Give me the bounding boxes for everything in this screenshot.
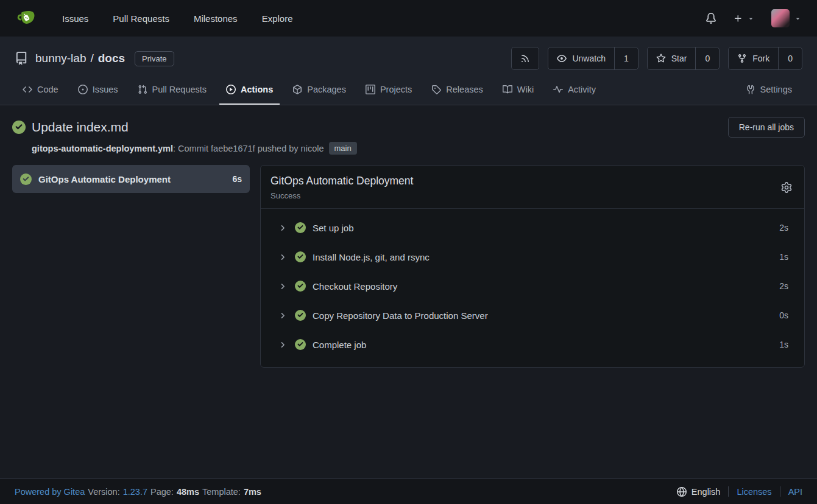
tab-label: Actions: [241, 85, 273, 94]
job-panel-header: GitOps Automatic Deployment Success: [261, 166, 804, 209]
commit-info: : Commit faebe1671f pushed by nicole: [173, 144, 324, 153]
star-button-group: Star 0: [647, 47, 720, 70]
step-duration: 2s: [779, 223, 788, 233]
tab-label: Projects: [380, 85, 412, 94]
run-subtitle: gitops-automatic-deployment.yml: Commit …: [32, 142, 805, 155]
repo-tabs: Code Issues Pull Requests Actions Packag…: [15, 75, 802, 105]
step-name: Complete job: [313, 340, 779, 350]
tab-issues[interactable]: Issues: [71, 75, 125, 105]
tab-label: Releases: [446, 85, 483, 94]
watchers-count[interactable]: 1: [614, 47, 638, 69]
watch-button-group: Unwatch 1: [548, 47, 638, 70]
chevron-right-icon: [279, 253, 287, 261]
user-menu-button[interactable]: [771, 9, 801, 27]
step-row[interactable]: Install Node.js, git, and rsync 1s: [261, 242, 804, 271]
step-success-icon: [295, 339, 306, 350]
tab-label: Settings: [760, 85, 792, 94]
job-list-item[interactable]: GitOps Automatic Deployment 6s: [12, 165, 250, 193]
tab-activity[interactable]: Activity: [546, 75, 603, 105]
chevron-right-icon: [279, 224, 287, 232]
step-row[interactable]: Set up job 2s: [261, 213, 804, 242]
run-body: GitOps Automatic Deployment 6s GitOps Au…: [12, 165, 805, 368]
stars-count[interactable]: 0: [695, 47, 719, 69]
forks-count[interactable]: 0: [778, 47, 802, 69]
unwatch-button[interactable]: Unwatch: [548, 47, 614, 69]
visibility-badge: Private: [135, 51, 174, 66]
rss-button-group: [511, 47, 539, 70]
footer-left: Powered by Gitea Version: 1.23.7 Page: 4…: [15, 487, 261, 497]
footer-divider: [728, 486, 729, 497]
repo-header: bunny-lab / docs Private Unwatch: [0, 37, 817, 105]
job-options-button[interactable]: [779, 182, 794, 193]
nav-link-issues[interactable]: Issues: [50, 13, 101, 24]
tab-wiki[interactable]: Wiki: [496, 75, 540, 105]
tab-code[interactable]: Code: [16, 75, 65, 105]
step-row[interactable]: Complete job 1s: [261, 330, 804, 359]
job-name: GitOps Automatic Deployment: [38, 174, 225, 184]
api-link[interactable]: API: [788, 487, 802, 497]
tab-label: Code: [37, 85, 58, 94]
tab-label: Wiki: [517, 85, 534, 94]
repo-action-buttons: Unwatch 1 Star 0 Fork: [511, 47, 802, 70]
step-success-icon: [295, 222, 306, 233]
rss-button[interactable]: [512, 47, 539, 69]
tab-actions[interactable]: Actions: [219, 75, 280, 105]
globe-icon: [677, 487, 687, 497]
eye-icon: [557, 54, 567, 63]
step-row[interactable]: Checkout Repository 2s: [261, 271, 804, 301]
job-duration: 6s: [232, 174, 242, 184]
step-success-icon: [295, 310, 306, 321]
workflow-file-link[interactable]: gitops-automatic-deployment.yml: [32, 144, 173, 153]
notifications-button[interactable]: [706, 13, 716, 24]
step-list: Set up job 2s Install Node.js, git, and …: [261, 209, 804, 367]
unwatch-label: Unwatch: [572, 54, 605, 63]
fork-button-group: Fork 0: [728, 47, 802, 70]
repo-title-row: bunny-lab / docs Private Unwatch: [15, 46, 802, 71]
step-name: Install Node.js, git, and rsync: [313, 252, 779, 262]
gear-icon: [781, 182, 792, 193]
version-label: Version:: [88, 487, 119, 497]
tab-label: Issues: [93, 85, 118, 94]
step-success-icon: [295, 281, 306, 292]
language-label: English: [691, 487, 721, 497]
fork-button[interactable]: Fork: [729, 47, 778, 69]
plus-icon: [734, 14, 743, 23]
job-panel-title: GitOps Automatic Deployment: [271, 175, 779, 187]
footer-right: English Licenses API: [677, 486, 802, 497]
repo-name-link[interactable]: docs: [98, 52, 125, 65]
tab-packages[interactable]: Packages: [286, 75, 353, 105]
tab-pull-requests[interactable]: Pull Requests: [131, 75, 213, 105]
create-new-button[interactable]: [734, 14, 754, 23]
repo-owner-link[interactable]: bunny-lab: [35, 52, 86, 65]
bell-icon: [706, 13, 716, 24]
job-status-text: Success: [271, 191, 779, 200]
run-title: Update index.md: [32, 120, 129, 135]
version-link[interactable]: 1.23.7: [123, 487, 147, 497]
rss-icon: [520, 54, 530, 63]
repo-icon: [15, 52, 28, 65]
gitea-logo-icon[interactable]: [16, 8, 37, 29]
top-navbar: Issues Pull Requests Milestones Explore: [0, 0, 817, 37]
step-row[interactable]: Copy Repository Data to Production Serve…: [261, 301, 804, 330]
page-time-label: Page:: [150, 487, 174, 497]
nav-link-milestones[interactable]: Milestones: [182, 13, 250, 24]
chevron-down-icon: [794, 15, 801, 22]
fork-icon: [737, 54, 747, 63]
template-time-label: Template:: [202, 487, 241, 497]
nav-link-explore[interactable]: Explore: [250, 13, 305, 24]
template-time-value: 7ms: [244, 487, 261, 497]
licenses-link[interactable]: Licenses: [737, 487, 771, 497]
nav-link-pull-requests[interactable]: Pull Requests: [101, 13, 182, 24]
step-duration: 2s: [779, 281, 788, 291]
navbar-right-group: [706, 9, 801, 27]
branch-badge[interactable]: main: [329, 142, 357, 155]
star-button[interactable]: Star: [648, 47, 696, 69]
powered-by-link[interactable]: Powered by Gitea: [15, 487, 85, 497]
tab-settings[interactable]: Settings: [739, 75, 799, 105]
language-selector[interactable]: English: [677, 487, 721, 497]
star-label: Star: [671, 54, 687, 63]
tab-releases[interactable]: Releases: [425, 75, 489, 105]
footer-divider: [780, 486, 780, 497]
tab-projects[interactable]: Projects: [359, 75, 419, 105]
rerun-all-jobs-button[interactable]: Re-run all jobs: [728, 117, 805, 138]
